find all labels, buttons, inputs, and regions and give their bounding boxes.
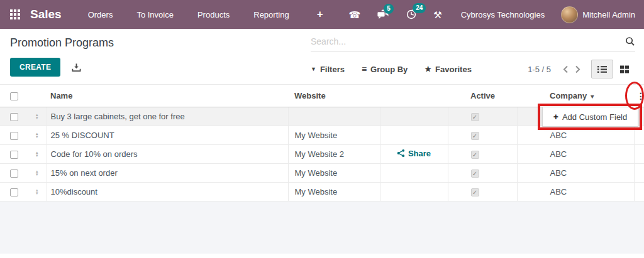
messages-badge: 5: [384, 4, 394, 14]
search-bar: [311, 36, 635, 51]
page-title: Promotion Programs: [10, 36, 114, 50]
cell-website[interactable]: My Website: [288, 164, 380, 183]
list-view-icon: [597, 65, 608, 74]
activities-badge: 24: [413, 3, 426, 13]
drag-handle-icon[interactable]: ▲▼: [35, 114, 39, 120]
app-name[interactable]: Sales: [30, 8, 62, 21]
search-facets: ▼ Filters ≡ Group By ★ Favorites: [311, 64, 489, 74]
menu-orders[interactable]: Orders: [88, 10, 113, 19]
menu-reporting[interactable]: Reporting: [253, 10, 289, 19]
drag-handle-icon[interactable]: ▲▼: [35, 189, 39, 195]
column-header-name[interactable]: Name: [47, 85, 288, 107]
messages-icon[interactable]: 5: [377, 9, 389, 19]
group-by-button[interactable]: ≡ Group By: [362, 64, 408, 74]
row-select-checkbox[interactable]: [10, 132, 18, 140]
share-icon: [397, 149, 405, 158]
favorites-button[interactable]: ★ Favorites: [425, 65, 472, 74]
cell-name[interactable]: 10%discount: [47, 183, 288, 202]
cell-company[interactable]: ABC: [517, 145, 634, 164]
filter-icon: ▼: [311, 66, 316, 72]
table-row[interactable]: ▲▼ 15% on next order My Website ✓ ABC: [0, 164, 644, 183]
drag-handle-icon[interactable]: ▲▼: [35, 151, 39, 158]
optional-columns-button[interactable]: ⋮: [634, 90, 644, 102]
apps-menu-icon[interactable]: [10, 9, 20, 19]
company-switcher[interactable]: Cybrosys Technologies: [461, 10, 545, 19]
cell-website[interactable]: My Website: [288, 126, 380, 145]
add-custom-field-menu-item[interactable]: + Add Custom Field: [542, 107, 638, 127]
promotion-programs-table: Name Website Active Company▾ ⋮ ▲▼ Buy 3 …: [0, 84, 644, 202]
activities-icon[interactable]: 24: [406, 9, 417, 20]
active-checkbox[interactable]: ✓: [471, 151, 479, 159]
view-switcher: [591, 60, 635, 78]
empty-area: [0, 202, 644, 255]
share-button[interactable]: Share: [397, 149, 431, 158]
pager-previous-button[interactable]: [560, 64, 572, 75]
export-button[interactable]: [72, 63, 81, 72]
debug-tools-icon[interactable]: ⚒: [433, 10, 441, 19]
row-select-checkbox[interactable]: [10, 169, 18, 178]
user-avatar: [561, 6, 578, 23]
control-panel-left: Promotion Programs CREATE: [10, 29, 114, 84]
odoo-window: Sales Orders To Invoice Products Reporti…: [0, 0, 644, 258]
active-checkbox[interactable]: ✓: [471, 113, 479, 121]
navbar-left: Sales Orders To Invoice Products Reporti…: [10, 8, 323, 21]
navbar-right: ☎ 5 24 ⚒: [333, 6, 635, 23]
search-icon: [625, 36, 635, 46]
cell-name[interactable]: 15% on next order: [47, 164, 288, 183]
cell-company[interactable]: ABC: [517, 183, 634, 202]
search-options-row: ▼ Filters ≡ Group By ★ Favorites 1-5 / 5: [311, 60, 635, 78]
search-button[interactable]: [625, 36, 635, 46]
control-panel-right: ▼ Filters ≡ Group By ★ Favorites 1-5 / 5: [311, 29, 635, 84]
row-select-checkbox[interactable]: [10, 113, 18, 121]
cell-name[interactable]: Buy 3 large cabinets, get one for free: [47, 107, 288, 126]
cell-name[interactable]: Code for 10% on orders: [47, 145, 288, 164]
table-row[interactable]: ▲▼ 10%discount My Website ✓ ABC: [0, 183, 644, 202]
menu-to-invoice[interactable]: To Invoice: [136, 10, 174, 19]
voip-phone-icon[interactable]: ☎: [349, 10, 361, 19]
drag-handle-icon[interactable]: ▲▼: [35, 170, 39, 176]
filters-button[interactable]: ▼ Filters: [311, 65, 345, 74]
active-checkbox[interactable]: ✓: [471, 169, 479, 178]
action-buttons: CREATE: [10, 58, 114, 77]
sort-caret-icon: ▾: [591, 93, 594, 100]
plus-icon: +: [553, 112, 558, 122]
user-name: Mitchell Admin: [582, 10, 635, 19]
cell-website[interactable]: My Website: [288, 183, 380, 202]
pager: 1-5 / 5: [528, 60, 635, 78]
main-menu: Orders To Invoice Products Reporting +: [88, 8, 323, 21]
create-button[interactable]: CREATE: [10, 58, 60, 77]
group-by-icon: ≡: [362, 64, 367, 74]
kanban-view-icon: [619, 65, 630, 74]
download-icon: [72, 63, 81, 72]
kanban-view-button[interactable]: [613, 60, 635, 78]
drag-handle-icon[interactable]: ▲▼: [35, 132, 39, 139]
row-select-checkbox[interactable]: [10, 151, 18, 159]
pager-range: 1-5 / 5: [528, 65, 551, 74]
column-header-active[interactable]: Active: [448, 85, 517, 107]
star-icon: ★: [425, 65, 431, 73]
share-label: Share: [408, 149, 431, 158]
chevron-right-icon: [575, 65, 580, 73]
select-all-checkbox[interactable]: [10, 92, 18, 100]
cell-company[interactable]: ABC: [517, 126, 634, 145]
table-header-row: Name Website Active Company▾ ⋮: [0, 85, 644, 107]
table-row[interactable]: ▲▼ 25 % DISCOUNT My Website ✓ ABC: [0, 126, 644, 145]
column-header-website[interactable]: Website: [288, 85, 380, 107]
top-navbar: Sales Orders To Invoice Products Reporti…: [0, 0, 644, 29]
menu-plus-icon[interactable]: +: [317, 8, 323, 21]
list-view-button[interactable]: [591, 60, 613, 78]
search-input[interactable]: [311, 36, 625, 46]
active-checkbox[interactable]: ✓: [471, 188, 479, 196]
cell-website[interactable]: My Website 2: [288, 145, 380, 164]
control-panel: Promotion Programs CREATE: [0, 29, 644, 84]
cell-company[interactable]: ABC: [517, 164, 634, 183]
active-checkbox[interactable]: ✓: [471, 132, 479, 140]
user-menu[interactable]: Mitchell Admin: [561, 6, 635, 23]
menu-products[interactable]: Products: [197, 10, 230, 19]
cell-name[interactable]: 25 % DISCOUNT: [47, 126, 288, 145]
cell-website[interactable]: [288, 107, 380, 126]
column-header-company[interactable]: Company▾: [517, 85, 634, 107]
table-row[interactable]: ▲▼ Code for 10% on orders My Website 2 S…: [0, 145, 644, 164]
pager-next-button[interactable]: [572, 64, 584, 75]
row-select-checkbox[interactable]: [10, 188, 18, 196]
